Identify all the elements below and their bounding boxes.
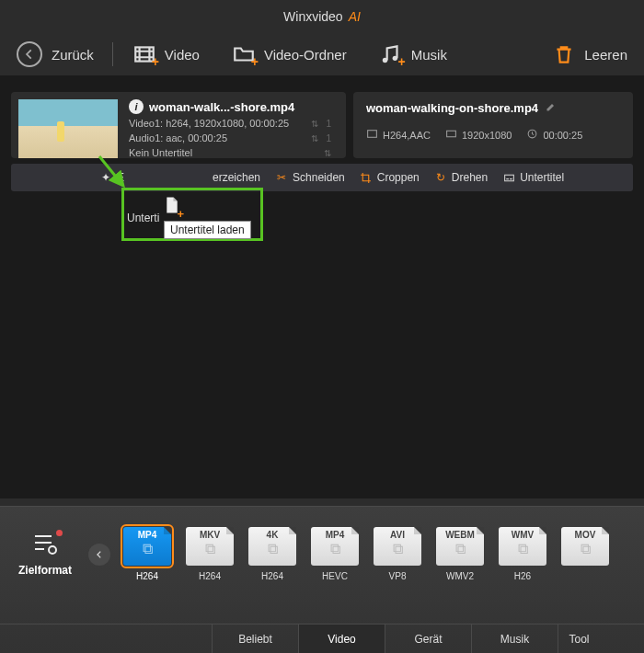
svg-rect-3 [368,131,377,138]
clear-label: Leeren [584,47,627,63]
scissors-icon: ✂ [275,171,288,184]
reorder-icon[interactable]: ⇅ [324,148,331,158]
output-file-card[interactable]: woman-walking-on-shore.mp4 H264,AAC 1920… [353,92,633,158]
film-reel-icon: ⧉ [143,541,153,557]
subtitle-button[interactable]: Untertitel [502,171,564,184]
format-option[interactable]: MOV⧉ [559,527,611,581]
folder-icon: + [231,41,257,67]
edit-actions-bar: ✦ E erzeichen ✂ Schneiden Croppen ↻ Dreh… [11,164,633,191]
star-icon: ✦ [99,171,112,184]
film-reel-icon: ⧉ [205,541,215,557]
target-format-button[interactable]: Zielformat [13,532,77,577]
format-top-label: WEBM [445,530,475,540]
rotate-button[interactable]: ↻ Drehen [434,171,488,184]
formats-prev-button[interactable] [88,544,110,566]
format-option[interactable]: WEBM⧉WMV2 [434,527,486,581]
add-video-folder-button[interactable]: + Video-Ordner [231,41,347,67]
content-area: i woman-walk...-shore.mp4 Video1: h264, … [0,75,644,498]
format-top-label: MOV [575,530,596,540]
trash-icon [551,41,577,67]
formats-list: MP4⧉H264MKV⧉H2644K⧉H264MP4⧉HEVCAVI⧉VP8WE… [121,527,611,581]
clear-button[interactable]: Leeren [551,41,627,67]
info-badge-icon: i [129,99,144,114]
output-file-title: woman-walking-on-shore.mp4 [366,101,538,115]
output-duration: 00:00:25 [543,130,582,141]
format-bottom-label: H26 [514,571,531,581]
clock-icon [526,128,538,142]
tab-video[interactable]: Video [298,624,385,653]
svg-point-2 [392,56,397,61]
rotate-icon: ↻ [434,171,447,184]
format-top-label: MP4 [138,530,157,540]
tab-music[interactable]: Musik [471,624,558,653]
back-button[interactable]: Zurück [17,41,94,67]
plus-icon: + [251,54,259,69]
add-video-button[interactable]: + Video [132,41,200,67]
settings-list-icon [31,532,59,558]
format-bottom-label: H264 [199,571,221,581]
output-codec: H264,AAC [383,130,431,141]
cut-label: Schneiden [293,171,345,184]
tab-device[interactable]: Gerät [385,624,471,653]
tab-toolbox[interactable]: Tool [558,624,600,653]
add-subtitle-file-button[interactable]: + [164,196,180,217]
format-option[interactable]: AVI⧉VP8 [372,527,423,581]
format-option[interactable]: MKV⧉H264 [184,527,236,581]
film-icon: + [132,41,157,67]
source-file-card[interactable]: i woman-walk...-shore.mp4 Video1: h264, … [11,92,346,158]
format-option[interactable]: 4K⧉H264 [247,527,298,581]
format-option[interactable]: MP4⧉HEVC [309,527,361,581]
cut-button[interactable]: ✂ Schneiden [275,171,345,184]
film-reel-icon: ⧉ [393,541,403,557]
subtitle-icon [502,171,515,184]
plus-icon: + [152,54,159,69]
reorder-icon[interactable]: ⇅ [311,133,318,143]
format-bottom-label: VP8 [389,571,407,581]
format-option[interactable]: MP4⧉H264 [121,527,173,581]
plus-icon: + [177,207,184,221]
back-label: Zurück [52,47,94,63]
app-title-suffix: AI [349,9,361,24]
film-reel-icon: ⧉ [581,541,591,557]
target-format-label: Zielformat [18,564,72,577]
video-thumbnail[interactable] [18,99,118,158]
subtitle-stream-line: Kein Untertitel [129,147,192,158]
svg-rect-6 [504,175,513,181]
file-row: i woman-walk...-shore.mp4 Video1: h264, … [11,92,633,158]
format-bottom-label: WMV2 [446,571,474,581]
crop-icon [360,171,373,184]
format-top-label: MKV [200,530,220,540]
crop-label: Croppen [377,171,420,184]
format-bottom-label: HEVC [322,571,348,581]
back-arrow-icon [17,41,42,67]
crop-button[interactable]: Croppen [360,171,420,184]
source-file-title: woman-walk...-shore.mp4 [149,100,294,114]
watermark-button[interactable]: erzeichen [213,171,260,184]
reorder-icon[interactable]: ⇅ [311,119,318,129]
output-resolution: 1920x1080 [462,130,512,141]
add-folder-label: Video-Ordner [264,47,347,63]
load-subtitle-tooltip: Untertitel laden [164,221,251,239]
titlebar: Winxvideo AI [0,0,644,33]
subtitle-chip-label: Unterti [127,212,159,224]
format-top-label: 4K [267,530,279,540]
film-reel-icon: ⧉ [330,541,340,557]
add-music-button[interactable]: + Musik [378,41,447,67]
film-reel-icon: ⧉ [268,541,278,557]
notification-dot-icon [56,530,63,536]
svg-rect-0 [135,47,154,61]
music-icon: + [378,41,404,67]
plus-icon: + [398,54,406,69]
edit-icon[interactable] [546,101,557,115]
watermark-label-partial: erzeichen [213,171,260,184]
format-option[interactable]: WMV⧉H26 [497,527,548,581]
effect-button[interactable]: ✦ E [99,171,124,184]
format-top-label: MP4 [326,530,345,540]
tab-popular[interactable]: Beliebt [212,624,298,653]
audio-count: 1 [326,133,331,143]
format-top-label: WMV [512,530,534,540]
film-reel-icon: ⧉ [455,541,466,557]
video-stream-line: Video1: h264, 1920x1080, 00:00:25 [129,118,289,129]
bottom-panel: Zielformat MP4⧉H264MKV⧉H2644K⧉H264MP4⧉HE… [0,506,644,653]
subtitle-label: Untertitel [520,171,564,184]
